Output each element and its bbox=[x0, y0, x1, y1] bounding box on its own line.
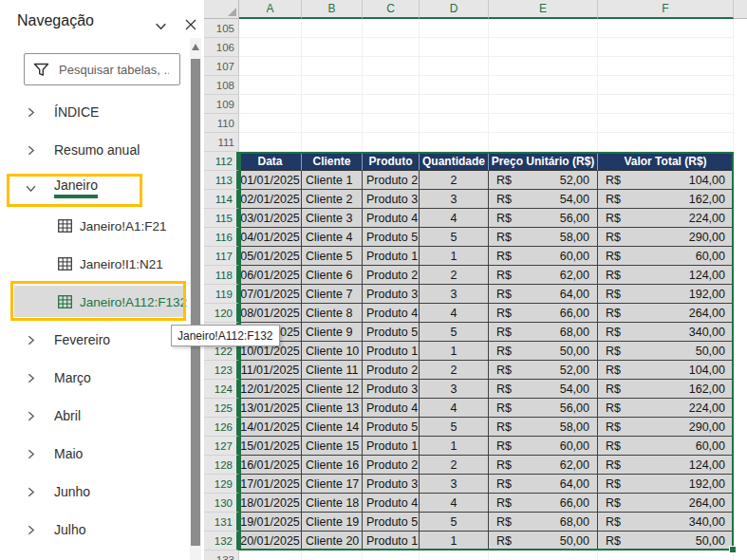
row-header-116[interactable]: 116 bbox=[204, 228, 239, 247]
table-header-cell[interactable]: Cliente bbox=[302, 152, 363, 171]
table-header-cell[interactable]: Produto bbox=[363, 152, 420, 171]
cell-F111[interactable] bbox=[598, 133, 734, 152]
cell-client[interactable]: Cliente 13 bbox=[302, 399, 363, 418]
cell-B105[interactable] bbox=[302, 19, 363, 38]
cell-total[interactable]: R$192,00 bbox=[598, 475, 734, 494]
row-header-111[interactable]: 111 bbox=[204, 133, 239, 152]
row-header-107[interactable]: 107 bbox=[204, 57, 239, 76]
search-tables-input[interactable] bbox=[57, 62, 171, 78]
cell-date[interactable]: 08/01/2025 bbox=[239, 304, 302, 323]
cell-total[interactable]: R$124,00 bbox=[598, 266, 734, 285]
cell-D106[interactable] bbox=[420, 38, 489, 57]
cell-total[interactable]: R$290,00 bbox=[598, 228, 734, 247]
row-header-117[interactable]: 117 bbox=[204, 247, 239, 266]
cell-client[interactable]: Cliente 15 bbox=[302, 437, 363, 456]
cell-D108[interactable] bbox=[420, 76, 489, 95]
cell-C107[interactable] bbox=[363, 57, 420, 76]
cell-unit-price[interactable]: R$64,00 bbox=[489, 475, 598, 494]
column-header-C[interactable]: C bbox=[363, 0, 420, 19]
cell-unit-price[interactable]: R$56,00 bbox=[489, 209, 598, 228]
cell-qty[interactable]: 4 bbox=[420, 399, 489, 418]
cell-qty[interactable]: 1 bbox=[420, 532, 489, 551]
cell-unit-price[interactable]: R$58,00 bbox=[489, 228, 598, 247]
row-header-114[interactable]: 114 bbox=[204, 190, 239, 209]
row-header-112[interactable]: 112 bbox=[204, 152, 239, 171]
cell-product[interactable]: Produto 4 bbox=[363, 399, 420, 418]
cell-unit-price[interactable]: R$64,00 bbox=[489, 285, 598, 304]
cell-unit-price[interactable]: R$62,00 bbox=[489, 456, 598, 475]
cell-date[interactable]: 13/01/2025 bbox=[239, 399, 302, 418]
cell-total[interactable]: R$340,00 bbox=[598, 513, 734, 532]
cell-client[interactable]: Cliente 3 bbox=[302, 209, 363, 228]
selection-fill-handle[interactable] bbox=[729, 546, 737, 553]
table-header-cell[interactable]: Preço Unitário (R$) bbox=[489, 152, 598, 171]
cell-qty[interactable]: 2 bbox=[420, 361, 489, 380]
cell-product[interactable]: Produto 3 bbox=[363, 190, 420, 209]
cell-C133[interactable] bbox=[363, 551, 420, 560]
cell-total[interactable]: R$264,00 bbox=[598, 304, 734, 323]
cell-unit-price[interactable]: R$54,00 bbox=[489, 380, 598, 399]
cell-client[interactable]: Cliente 17 bbox=[302, 475, 363, 494]
cell-product[interactable]: Produto 3 bbox=[363, 380, 420, 399]
cell-total[interactable]: R$104,00 bbox=[598, 171, 734, 190]
cell-unit-price[interactable]: R$66,00 bbox=[489, 494, 598, 513]
sidebar-item-resumo-anual[interactable]: Resumo anual bbox=[0, 131, 187, 169]
cell-total[interactable]: R$60,00 bbox=[598, 247, 734, 266]
cell-product[interactable]: Produto 4 bbox=[363, 304, 420, 323]
cell-E110[interactable] bbox=[489, 114, 598, 133]
cell-product[interactable]: Produto 3 bbox=[363, 475, 420, 494]
column-header-B[interactable]: B bbox=[302, 0, 363, 19]
cell-E109[interactable] bbox=[489, 95, 598, 114]
row-header-120[interactable]: 120 bbox=[204, 304, 239, 323]
scrollbar-up-arrow-icon[interactable] bbox=[192, 44, 199, 50]
row-header-129[interactable]: 129 bbox=[204, 475, 239, 494]
cell-date[interactable]: 18/01/2025 bbox=[239, 494, 302, 513]
cell-F107[interactable] bbox=[598, 57, 734, 76]
nav-scrollbar-thumb[interactable] bbox=[191, 59, 200, 546]
cell-product[interactable]: Produto 2 bbox=[363, 361, 420, 380]
cell-date[interactable]: 07/01/2025 bbox=[239, 285, 302, 304]
cell-D110[interactable] bbox=[420, 114, 489, 133]
cell-B107[interactable] bbox=[302, 57, 363, 76]
sidebar-table-item-janeiro-a112-f132[interactable]: Janeiro!A112:F132 bbox=[0, 283, 187, 321]
sidebar-table-item-janeiro-a1-f21[interactable]: Janeiro!A1:F21 bbox=[0, 207, 187, 245]
cell-client[interactable]: Cliente 4 bbox=[302, 228, 363, 247]
cell-client[interactable]: Cliente 19 bbox=[302, 513, 363, 532]
cell-A105[interactable] bbox=[239, 19, 302, 38]
sidebar-item-julho[interactable]: Julho bbox=[0, 511, 187, 549]
cell-client[interactable]: Cliente 16 bbox=[302, 456, 363, 475]
cell-total[interactable]: R$340,00 bbox=[598, 323, 734, 342]
row-header-105[interactable]: 105 bbox=[204, 19, 239, 38]
cell-total[interactable]: R$124,00 bbox=[598, 456, 734, 475]
cell-B106[interactable] bbox=[302, 38, 363, 57]
cell-client[interactable]: Cliente 14 bbox=[302, 418, 363, 437]
cell-client[interactable]: Cliente 1 bbox=[302, 171, 363, 190]
row-header-109[interactable]: 109 bbox=[204, 95, 239, 114]
cell-qty[interactable]: 1 bbox=[420, 437, 489, 456]
cell-date[interactable]: 04/01/2025 bbox=[239, 228, 302, 247]
row-header-131[interactable]: 131 bbox=[204, 513, 239, 532]
cell-date[interactable]: 05/01/2025 bbox=[239, 247, 302, 266]
cell-product[interactable]: Produto 2 bbox=[363, 266, 420, 285]
cell-total[interactable]: R$162,00 bbox=[598, 380, 734, 399]
row-header-123[interactable]: 123 bbox=[204, 361, 239, 380]
cell-C108[interactable] bbox=[363, 76, 420, 95]
cell-A108[interactable] bbox=[239, 76, 302, 95]
cell-unit-price[interactable]: R$58,00 bbox=[489, 418, 598, 437]
cell-unit-price[interactable]: R$66,00 bbox=[489, 304, 598, 323]
cell-C110[interactable] bbox=[363, 114, 420, 133]
cell-A110[interactable] bbox=[239, 114, 302, 133]
cell-qty[interactable]: 2 bbox=[420, 171, 489, 190]
cell-total[interactable]: R$50,00 bbox=[598, 342, 734, 361]
sidebar-item-ndice[interactable]: ÍNDICE bbox=[0, 93, 187, 131]
cell-F105[interactable] bbox=[598, 19, 734, 38]
cell-B111[interactable] bbox=[302, 133, 363, 152]
cell-E133[interactable] bbox=[489, 551, 598, 560]
cell-B133[interactable] bbox=[302, 551, 363, 560]
row-header-108[interactable]: 108 bbox=[204, 76, 239, 95]
cell-qty[interactable]: 3 bbox=[420, 475, 489, 494]
cell-D107[interactable] bbox=[420, 57, 489, 76]
select-all-corner[interactable] bbox=[204, 0, 239, 19]
cell-qty[interactable]: 5 bbox=[420, 323, 489, 342]
cell-client[interactable]: Cliente 9 bbox=[302, 323, 363, 342]
